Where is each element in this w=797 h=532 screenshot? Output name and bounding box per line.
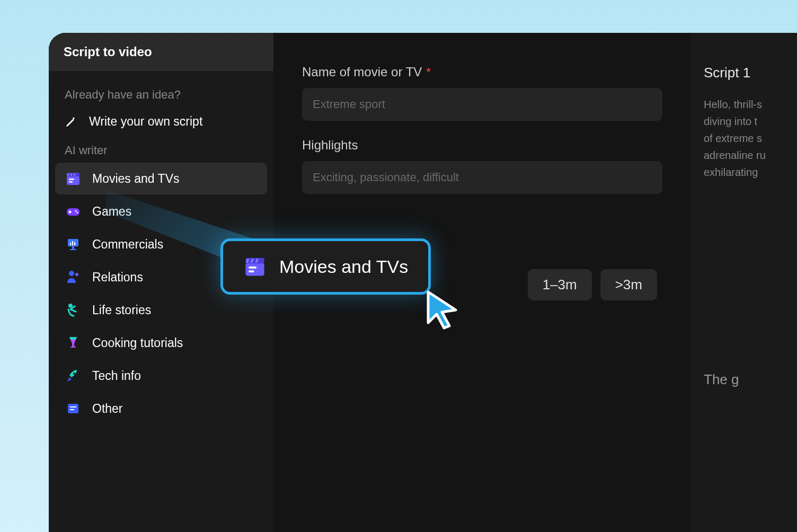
svg-rect-31 xyxy=(249,267,256,269)
glass-icon xyxy=(65,334,82,351)
script-preview-text: Hello, thrill-s diving into t of extreme… xyxy=(704,96,797,181)
script-generate-label: The g xyxy=(704,371,797,388)
category-label: Life stories xyxy=(92,303,151,317)
pencil-icon xyxy=(65,116,79,128)
write-own-script-button[interactable]: Write your own script xyxy=(55,107,267,136)
svg-point-19 xyxy=(75,273,78,276)
category-label: Games xyxy=(92,205,131,219)
list-icon xyxy=(65,400,82,417)
callout-movies-and-tvs[interactable]: Movies and TVs xyxy=(220,238,431,295)
ai-writer-label: AI writer xyxy=(55,136,267,162)
svg-rect-15 xyxy=(74,242,75,245)
svg-rect-0 xyxy=(67,176,79,185)
svg-rect-22 xyxy=(68,404,78,413)
svg-rect-24 xyxy=(70,409,74,410)
category-label: Cooking tutorials xyxy=(92,336,183,350)
sidebar-header: Script to video xyxy=(49,33,273,71)
category-tech-info[interactable]: Tech info xyxy=(55,360,267,392)
clapper-icon xyxy=(65,170,82,187)
category-label: Other xyxy=(92,402,123,416)
wave-icon xyxy=(65,302,82,318)
svg-point-10 xyxy=(75,210,77,212)
person-icon xyxy=(65,269,82,286)
script-preview-panel: Script 1 Hello, thrill-s diving into t o… xyxy=(691,33,797,532)
gamepad-icon xyxy=(65,203,82,220)
category-other[interactable]: Other xyxy=(55,393,267,424)
svg-point-21 xyxy=(73,373,75,375)
svg-point-11 xyxy=(77,212,78,214)
svg-rect-32 xyxy=(249,270,254,272)
category-movies-and-tvs[interactable]: Movies and TVs xyxy=(55,163,267,194)
required-indicator: * xyxy=(426,65,431,79)
svg-rect-23 xyxy=(70,406,76,407)
category-label: Movies and TVs xyxy=(92,172,179,186)
duration-1-3m[interactable]: 1–3m xyxy=(528,269,592,300)
svg-rect-13 xyxy=(70,243,71,245)
svg-rect-9 xyxy=(68,211,72,212)
idea-prompt-label: Already have an idea? xyxy=(55,83,267,107)
highlights-input[interactable] xyxy=(302,161,662,194)
svg-point-18 xyxy=(69,271,74,276)
svg-rect-14 xyxy=(72,241,73,245)
presentation-icon xyxy=(65,236,82,253)
svg-rect-17 xyxy=(70,249,76,250)
rocket-icon xyxy=(65,367,82,384)
app-title: Script to video xyxy=(64,45,259,59)
category-cooking-tutorials[interactable]: Cooking tutorials xyxy=(55,327,267,359)
name-input[interactable] xyxy=(302,88,662,121)
category-label: Relations xyxy=(92,270,143,285)
svg-rect-5 xyxy=(69,179,74,180)
category-label: Tech info xyxy=(92,369,141,383)
clapper-icon xyxy=(243,255,267,278)
svg-rect-6 xyxy=(69,181,73,183)
write-own-label: Write your own script xyxy=(89,114,202,129)
category-label: Commercials xyxy=(92,237,163,252)
duration-gt-3m[interactable]: >3m xyxy=(600,269,657,300)
svg-rect-26 xyxy=(245,263,264,276)
category-games[interactable]: Games xyxy=(55,196,267,227)
svg-point-20 xyxy=(68,304,73,308)
script-title: Script 1 xyxy=(704,65,797,81)
highlights-field-label: Highlights xyxy=(302,138,662,153)
callout-label: Movies and TVs xyxy=(279,256,408,277)
category-life-stories[interactable]: Life stories xyxy=(55,294,267,326)
name-field-label: Name of movie or TV * xyxy=(302,65,662,79)
